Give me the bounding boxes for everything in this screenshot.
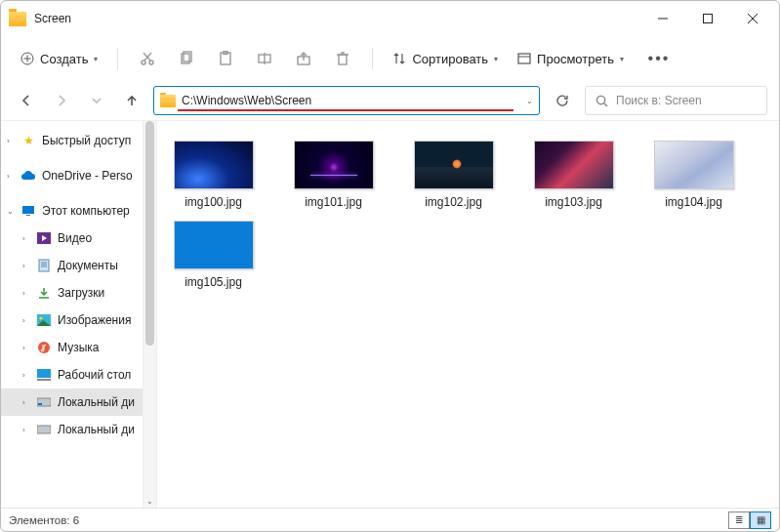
file-thumbnail xyxy=(174,141,254,189)
file-thumbnail xyxy=(174,221,254,269)
file-name: img100.jpg xyxy=(185,195,242,209)
file-item[interactable]: img101.jpg xyxy=(287,141,380,209)
drive-icon xyxy=(36,394,52,410)
toolbar-separator xyxy=(372,48,373,69)
sidebar-scrollbar[interactable]: ⌄ xyxy=(143,121,156,508)
svg-line-9 xyxy=(144,53,151,61)
sidebar-item-pictures[interactable]: ›Изображения xyxy=(1,307,156,334)
document-icon xyxy=(36,258,52,273)
sidebar-item-label: Локальный ди xyxy=(58,423,135,436)
chevron-right-icon: › xyxy=(22,289,32,298)
star-icon: ★ xyxy=(21,133,36,148)
chevron-right-icon: › xyxy=(22,371,32,380)
sort-button[interactable]: Сортировать ▾ xyxy=(385,48,506,70)
chevron-right-icon: › xyxy=(7,172,17,181)
chevron-right-icon: › xyxy=(22,344,32,352)
view-label: Просмотреть xyxy=(537,52,614,66)
sidebar-item-onedrive[interactable]: ›OneDrive - Perso xyxy=(1,162,156,189)
title-bar: Screen xyxy=(1,1,779,36)
minimize-button[interactable] xyxy=(640,3,685,34)
navigation-pane: ›★Быстрый доступ ›OneDrive - Perso ⌄Этот… xyxy=(1,121,157,508)
sort-label: Сортировать xyxy=(412,52,488,66)
svg-line-10 xyxy=(144,53,150,61)
scrollbar-down[interactable]: ⌄ xyxy=(144,494,156,508)
file-name: img105.jpg xyxy=(185,275,242,289)
download-icon xyxy=(36,285,52,301)
refresh-button[interactable] xyxy=(548,86,577,115)
maximize-button[interactable] xyxy=(685,3,730,34)
svg-rect-41 xyxy=(37,426,51,433)
more-button[interactable]: ••• xyxy=(641,43,677,74)
file-thumbnail xyxy=(654,141,734,189)
file-thumbnail xyxy=(414,141,494,189)
sort-icon xyxy=(392,52,406,65)
sidebar-item-quick-access[interactable]: ›★Быстрый доступ xyxy=(1,127,156,154)
paste-button[interactable] xyxy=(208,43,243,74)
create-button[interactable]: Создать ▾ xyxy=(13,48,105,70)
file-item[interactable]: img100.jpg xyxy=(167,141,260,209)
file-item[interactable]: img102.jpg xyxy=(407,141,500,209)
delete-button[interactable] xyxy=(325,43,360,74)
sidebar-item-desktop[interactable]: ›Рабочий стол xyxy=(1,361,156,389)
chevron-down-icon: ▾ xyxy=(94,55,98,63)
close-button[interactable] xyxy=(730,3,775,34)
sidebar-item-label: Музыка xyxy=(58,341,99,354)
svg-point-23 xyxy=(596,96,604,103)
svg-rect-25 xyxy=(22,206,34,214)
search-input[interactable]: Поиск в: Screen xyxy=(585,86,767,115)
sidebar-item-label: Документы xyxy=(58,259,118,272)
sidebar-item-label: OneDrive - Perso xyxy=(42,169,133,183)
sidebar-item-downloads[interactable]: ›Загрузки xyxy=(1,279,156,307)
address-bar: C:\Windows\Web\Screen ⌄ Поиск в: Screen xyxy=(1,81,779,120)
svg-rect-37 xyxy=(37,369,51,378)
view-button[interactable]: Просмотреть ▾ xyxy=(510,48,632,70)
sidebar-item-music[interactable]: ›Музыка xyxy=(1,334,156,361)
pc-icon xyxy=(21,203,36,219)
file-thumbnail xyxy=(294,141,374,189)
sidebar-item-label: Загрузки xyxy=(58,286,104,300)
video-icon xyxy=(36,230,52,246)
cloud-icon xyxy=(21,168,36,184)
sidebar-item-video[interactable]: ›Видео xyxy=(1,225,156,252)
file-item[interactable]: img103.jpg xyxy=(527,141,620,209)
sidebar-item-label: Этот компьютер xyxy=(42,204,130,218)
recent-button[interactable] xyxy=(83,87,110,114)
chevron-down-icon[interactable]: ⌄ xyxy=(526,97,533,105)
sidebar-item-local-disk[interactable]: ›Локальный ди xyxy=(1,416,156,443)
plus-circle-icon xyxy=(21,52,34,65)
address-input[interactable]: C:\Windows\Web\Screen ⌄ xyxy=(153,86,540,115)
details-view-button[interactable]: ≣ xyxy=(728,512,750,529)
folder-icon xyxy=(9,12,26,26)
chevron-right-icon: › xyxy=(22,262,32,270)
chevron-right-icon: › xyxy=(22,398,32,407)
view-switcher: ≣ ▦ xyxy=(728,512,771,529)
share-button[interactable] xyxy=(286,43,321,74)
desktop-icon xyxy=(36,367,52,383)
search-placeholder: Поиск в: Screen xyxy=(616,94,702,107)
file-thumbnail xyxy=(534,141,614,189)
sidebar-item-local-disk[interactable]: ›Локальный ди xyxy=(1,389,156,416)
chevron-down-icon: ⌄ xyxy=(7,207,17,216)
svg-rect-1 xyxy=(704,15,713,23)
sidebar-item-documents[interactable]: ›Документы xyxy=(1,252,156,279)
music-icon xyxy=(36,340,52,355)
folder-icon xyxy=(160,95,176,107)
back-button[interactable] xyxy=(13,87,40,114)
sidebar-item-this-pc[interactable]: ⌄Этот компьютер xyxy=(1,197,156,225)
file-name: img101.jpg xyxy=(305,195,362,209)
cut-button[interactable] xyxy=(130,43,165,74)
scrollbar-thumb[interactable] xyxy=(145,121,154,346)
svg-rect-18 xyxy=(339,55,347,64)
rename-button[interactable] xyxy=(247,43,282,74)
search-icon xyxy=(595,95,608,107)
file-item[interactable]: img104.jpg xyxy=(647,141,740,209)
chevron-down-icon: ▾ xyxy=(620,55,624,63)
chevron-right-icon: › xyxy=(22,234,32,243)
file-list[interactable]: img100.jpgimg101.jpgimg102.jpgimg103.jpg… xyxy=(157,121,779,508)
file-item[interactable]: img105.jpg xyxy=(167,221,260,289)
chevron-right-icon: › xyxy=(7,137,17,145)
forward-button[interactable] xyxy=(48,87,75,114)
up-button[interactable] xyxy=(118,87,145,114)
copy-button[interactable] xyxy=(169,43,204,74)
thumbnails-view-button[interactable]: ▦ xyxy=(750,512,771,529)
